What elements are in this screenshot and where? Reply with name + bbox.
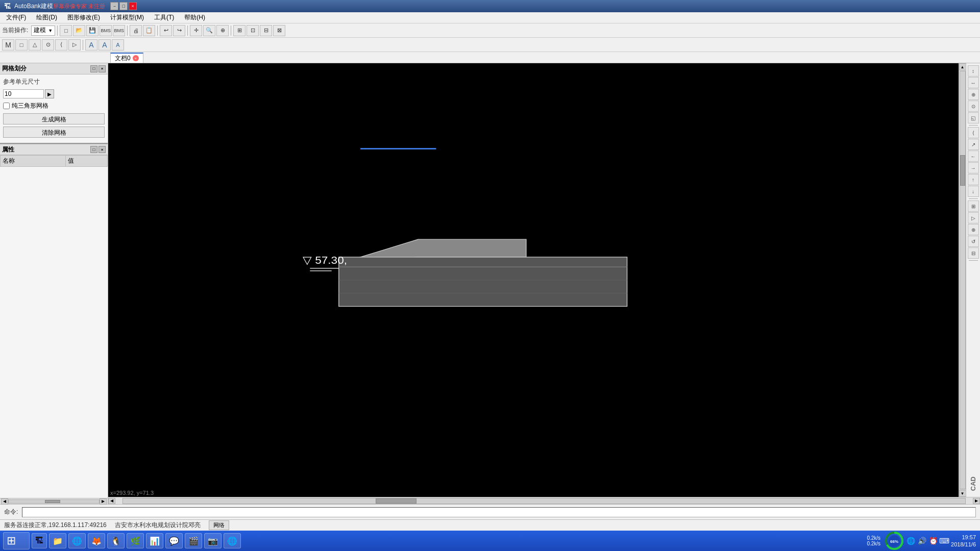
right-btn-8[interactable]: ←	[968, 151, 979, 162]
toolbar-btn-grid2[interactable]: ⊡	[247, 25, 259, 36]
toolbar-btn-grid1[interactable]: ⊞	[233, 25, 246, 36]
taskbar-chat[interactable]: 💬	[165, 533, 183, 548]
clear-mesh-btn[interactable]: 清除网格	[3, 127, 105, 138]
vscroll-up[interactable]: ▲	[959, 63, 966, 70]
separator3	[157, 26, 158, 36]
battery-icon[interactable]: ⏰	[928, 536, 938, 545]
toolbar-btn-open[interactable]: 📂	[73, 25, 85, 36]
right-btn-1[interactable]: ↕	[968, 65, 979, 77]
toolbar2-btn9[interactable]: A	[112, 39, 124, 51]
pure-triangle-checkbox[interactable]	[3, 103, 10, 109]
param-unit-btn[interactable]: ▶	[45, 89, 54, 98]
toolbar2-btn8[interactable]: A	[99, 39, 111, 51]
right-btn-11[interactable]: ↓	[968, 186, 979, 197]
left-scroll-left[interactable]: ◀	[1, 498, 8, 505]
generate-mesh-btn[interactable]: 生成网格	[3, 113, 105, 124]
toolbar2-btn1[interactable]: M	[2, 39, 14, 51]
taskbar-browser1[interactable]: 🌐	[68, 533, 86, 548]
taskbar-web[interactable]: 🌐	[224, 533, 241, 548]
restore-btn[interactable]: □	[119, 2, 128, 10]
menu-file[interactable]: 文件(F)	[2, 12, 30, 23]
taskbar-browser2[interactable]: 🦊	[88, 533, 105, 548]
right-sep3	[969, 260, 978, 261]
right-btn-14[interactable]: ⊕	[968, 224, 979, 235]
main-layout: 网格划分 □ × 参考单元尺寸 10 ▶ 纯三角形网格 生成网格 清除网格	[0, 63, 980, 504]
taskbar-penguin[interactable]: 🐧	[107, 533, 125, 548]
taskbar-autobank[interactable]: 🏗	[32, 533, 47, 548]
mesh-panel-close-btn[interactable]: ×	[99, 65, 106, 72]
props-panel-float-btn[interactable]: □	[90, 146, 97, 153]
minimize-btn[interactable]: －	[110, 2, 118, 10]
toolbar-btn-zoomfit[interactable]: ⊕	[216, 25, 229, 36]
toolbar-btn-zoom[interactable]: 🔍	[203, 25, 215, 36]
taskbar-app6[interactable]: 🌿	[127, 533, 144, 548]
menu-edit[interactable]: 图形修改(E)	[63, 12, 104, 23]
right-btn-5[interactable]: ◱	[968, 112, 979, 123]
canvas-area[interactable]: ▽ 57.30, x=293.92, y=71.3	[108, 63, 959, 497]
toolbar-btn-bms1[interactable]: BMS	[100, 25, 112, 36]
menu-model[interactable]: 计算模型(M)	[106, 12, 148, 23]
org-name: 吉安市水利水电规划设计院邓亮	[115, 521, 201, 530]
close-btn[interactable]: ×	[129, 2, 137, 10]
hscroll-track[interactable]	[122, 498, 966, 504]
toolbar-btn-undo[interactable]: ↩	[160, 25, 172, 36]
command-input[interactable]	[22, 507, 976, 517]
right-btn-10[interactable]: ↑	[968, 174, 979, 185]
left-scroll-track[interactable]	[8, 499, 100, 504]
separator1	[57, 26, 58, 36]
toolbar-btn-snap[interactable]: ✛	[190, 25, 202, 36]
menu-tools[interactable]: 工具(T)	[150, 12, 178, 23]
network-btn[interactable]: 网络	[209, 520, 229, 530]
tab-doc0[interactable]: 文档0 ×	[110, 53, 143, 63]
toolbar2-btn7[interactable]: A	[85, 39, 97, 51]
tab-close-btn[interactable]: ×	[133, 55, 139, 61]
window-controls: － □ ×	[110, 2, 137, 10]
toolbar-btn-save[interactable]: 💾	[86, 25, 99, 36]
vscroll-down[interactable]: ▼	[959, 490, 966, 497]
toolbar2-btn6[interactable]: ▷	[68, 39, 81, 51]
toolbar-btn-grid3[interactable]: ⊟	[260, 25, 272, 36]
taskbar-cam[interactable]: 📷	[204, 533, 222, 548]
right-btn-12[interactable]: ⊞	[968, 201, 979, 212]
taskbar-calc[interactable]: 📊	[146, 533, 163, 548]
param-unit-input[interactable]: 10	[3, 89, 44, 98]
hscroll-left[interactable]: ◀	[108, 498, 115, 504]
taskbar-media[interactable]: 🎬	[185, 533, 202, 548]
right-btn-3[interactable]: ⊕	[968, 89, 979, 100]
right-btn-6[interactable]: ⟨	[968, 127, 979, 138]
mode-dropdown[interactable]: 建模 ▼	[31, 26, 55, 36]
taskbar-folder[interactable]: 📁	[49, 533, 66, 548]
right-btn-16[interactable]: ⊟	[968, 247, 979, 259]
right-btn-7[interactable]: ↗	[968, 139, 979, 150]
keyboard-icon[interactable]: ⌨	[940, 536, 949, 545]
left-scroll-right[interactable]: ▶	[100, 498, 107, 505]
toolbar2-btn4[interactable]: ⊙	[42, 39, 54, 51]
menu-help[interactable]: 帮助(H)	[180, 12, 209, 23]
right-btn-15[interactable]: ↺	[968, 236, 979, 247]
toolbar-btn-copy[interactable]: 📋	[143, 25, 155, 36]
toolbar-btn-redo[interactable]: ↪	[173, 25, 185, 36]
toolbar-btn-grid4[interactable]: ⊠	[273, 25, 285, 36]
right-btn-9[interactable]: →	[968, 162, 979, 173]
network-circle[interactable]: 66%	[885, 531, 904, 550]
mesh-panel-float-btn[interactable]: □	[90, 65, 97, 72]
toolbar-btn-bms2[interactable]: BMS	[113, 25, 125, 36]
right-btn-4[interactable]: ⊙	[968, 101, 979, 112]
right-btn-13[interactable]: ▷	[968, 212, 979, 223]
right-btn-2[interactable]: ↔	[968, 77, 979, 88]
hscroll-right[interactable]: ▶	[973, 498, 980, 504]
menu-draw[interactable]: 绘图(D)	[32, 12, 61, 23]
vscroll-track[interactable]	[960, 71, 966, 489]
toolbar-btn-new[interactable]: □	[60, 25, 72, 36]
toolbar2-btn3[interactable]: △	[29, 39, 41, 51]
mesh-panel-controls: □ ×	[90, 65, 106, 72]
toolbar2-btn5[interactable]: ⟨	[55, 39, 67, 51]
system-tray: 0.2k/s 0.2k/s 66% 🌐 🔊 ⏰ ⌨ 19:57 2018/11/…	[867, 531, 978, 550]
volume-icon[interactable]: 🔊	[917, 536, 926, 545]
toolbar2-btn2[interactable]: □	[15, 39, 28, 51]
content-wrapper: ▽ 57.30, x=293.92, y=71.3 ▲ ▼ ↕ ↔ ⊕	[108, 63, 980, 504]
props-panel-close-btn[interactable]: ×	[99, 146, 106, 153]
toolbar-btn-print[interactable]: 🖨	[130, 25, 142, 36]
network-icon[interactable]: 🌐	[906, 536, 915, 545]
start-button[interactable]: ⊞	[3, 532, 30, 549]
